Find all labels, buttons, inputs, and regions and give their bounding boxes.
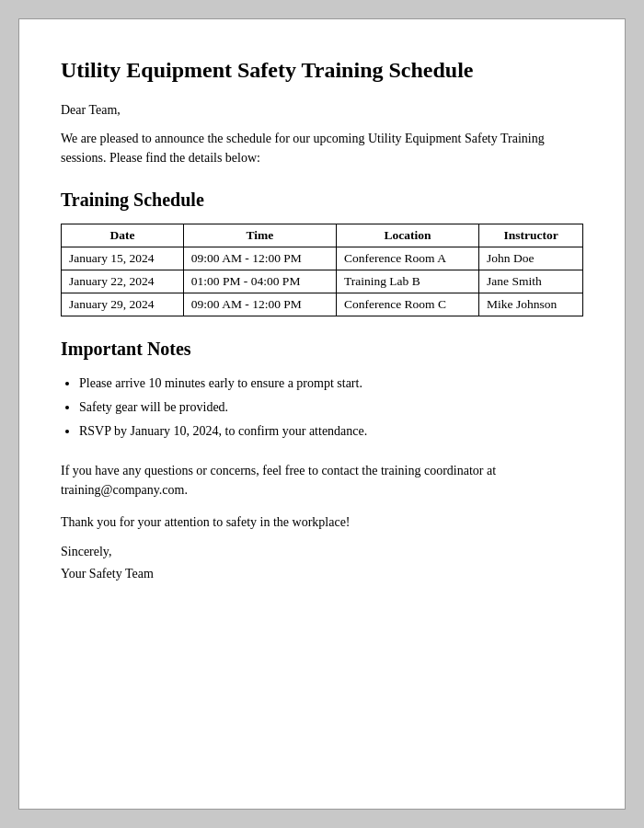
table-cell: 01:00 PM - 04:00 PM xyxy=(183,270,336,293)
thank-you-text: Thank you for your attention to safety i… xyxy=(61,512,583,532)
table-cell: January 29, 2024 xyxy=(62,293,184,316)
table-row: January 15, 202409:00 AM - 12:00 PMConfe… xyxy=(62,247,583,270)
col-header-date: Date xyxy=(62,224,184,247)
list-item: RSVP by January 10, 2024, to confirm you… xyxy=(79,420,583,443)
table-cell: January 22, 2024 xyxy=(62,270,184,293)
notes-section-title: Important Notes xyxy=(61,339,583,360)
table-cell: 09:00 AM - 12:00 PM xyxy=(183,247,336,270)
page-title: Utility Equipment Safety Training Schedu… xyxy=(61,56,583,85)
schedule-section-title: Training Schedule xyxy=(61,190,583,211)
greeting-text: Dear Team, xyxy=(61,103,583,118)
schedule-table: Date Time Location Instructor January 15… xyxy=(61,224,583,316)
col-header-location: Location xyxy=(336,224,478,247)
table-cell: January 15, 2024 xyxy=(62,247,184,270)
signature-text: Your Safety Team xyxy=(61,567,583,581)
col-header-instructor: Instructor xyxy=(479,224,583,247)
table-cell: Mike Johnson xyxy=(479,293,583,316)
list-item: Safety gear will be provided. xyxy=(79,397,583,419)
table-header-row: Date Time Location Instructor xyxy=(62,224,583,247)
table-row: January 22, 202401:00 PM - 04:00 PMTrain… xyxy=(62,270,583,293)
closing-text: Sincerely, xyxy=(61,545,583,559)
notes-list: Please arrive 10 minutes early to ensure… xyxy=(79,373,583,442)
table-cell: John Doe xyxy=(479,247,583,270)
table-cell: Conference Room C xyxy=(336,293,478,316)
table-cell: 09:00 AM - 12:00 PM xyxy=(183,293,336,316)
contact-text: If you have any questions or concerns, f… xyxy=(61,461,583,500)
table-cell: Conference Room A xyxy=(336,247,478,270)
col-header-time: Time xyxy=(183,224,336,247)
table-cell: Training Lab B xyxy=(336,270,478,293)
document-page: Utility Equipment Safety Training Schedu… xyxy=(18,18,626,810)
list-item: Please arrive 10 minutes early to ensure… xyxy=(79,373,583,395)
table-cell: Jane Smith xyxy=(479,270,583,293)
intro-text: We are pleased to announce the schedule … xyxy=(61,129,583,167)
table-row: January 29, 202409:00 AM - 12:00 PMConfe… xyxy=(62,293,583,316)
